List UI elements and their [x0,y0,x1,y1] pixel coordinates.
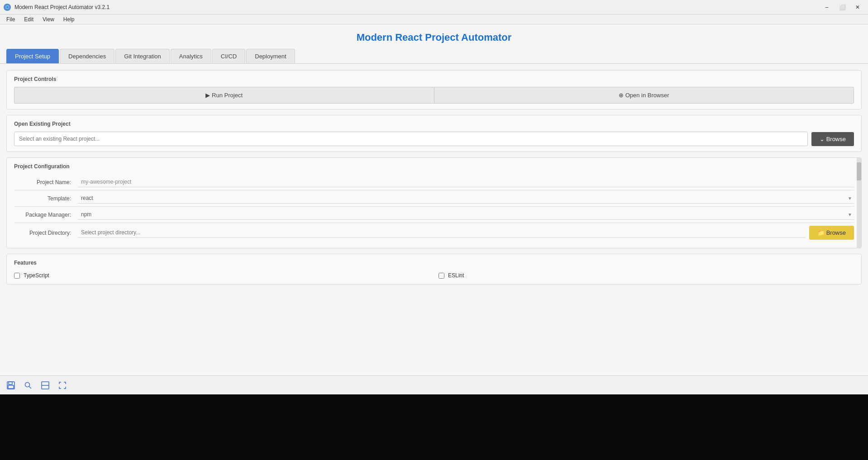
tab-cicd[interactable]: CI/CD [212,49,245,63]
feature-label-1: TypeScript [24,272,49,279]
project-directory-label: Project Directory: [14,230,77,236]
project-directory-browse-button[interactable]: 📁 Browse [809,226,854,240]
project-name-label: Project Name: [14,179,77,185]
maximize-button[interactable]: ⬜ [835,2,849,12]
expand-icon[interactable] [57,380,68,391]
menu-view[interactable]: View [38,14,59,24]
menu-bar: File Edit View Help [0,14,868,24]
menu-help[interactable]: Help [59,14,79,24]
svg-point-3 [25,382,30,387]
project-directory-row: Project Directory: 📁 Browse [14,223,854,242]
project-name-input[interactable] [77,177,854,187]
tab-dependencies[interactable]: Dependencies [60,49,114,63]
app-icon: ⬡ [4,4,11,11]
package-manager-row: Package Manager: npm yarn pnpm ▼ [14,207,854,223]
svg-rect-1 [9,382,12,384]
directory-row: 📁 Browse [77,226,854,240]
open-browser-button[interactable]: ⊕ Open in Browser [434,87,854,104]
tabs-bar: Project Setup Dependencies Git Integrati… [0,49,868,64]
terminal-area [0,394,868,460]
template-label: Template: [14,195,77,202]
app-title-bar: Modern React Project Automator v3.2.1 [14,4,110,10]
template-select[interactable]: react react-ts next [77,193,854,204]
svg-line-4 [29,386,32,389]
project-config-section: Project Configuration Project Name: Temp… [6,157,862,248]
project-directory-input[interactable] [77,228,806,238]
app-content: Modern React Project Automator Project S… [0,24,868,375]
open-existing-section: Open Existing Project ⌄ Browse [6,115,862,152]
feature-checkbox-1[interactable] [14,273,20,279]
tab-deployment[interactable]: Deployment [246,49,295,63]
existing-project-input[interactable] [14,132,808,146]
package-manager-label: Package Manager: [14,212,77,218]
open-existing-title: Open Existing Project [14,121,854,127]
search-icon[interactable] [23,380,33,391]
scrollbar-thumb [857,162,861,180]
project-controls-title: Project Controls [14,76,854,82]
menu-file[interactable]: File [2,14,19,24]
tab-project-setup[interactable]: Project Setup [6,49,59,63]
project-controls-section: Project Controls ▶ Run Project ⊕ Open in… [6,70,862,109]
app-main-title: Modern React Project Automator [0,24,868,49]
window-controls: – ⬜ ✕ [820,2,864,12]
menu-edit[interactable]: Edit [19,14,38,24]
minimize-button[interactable]: – [820,2,834,12]
package-manager-select[interactable]: npm yarn pnpm [77,209,854,220]
controls-row: ▶ Run Project ⊕ Open in Browser [14,87,854,104]
existing-project-browse-button[interactable]: ⌄ Browse [811,132,854,146]
config-form: Project Name: Template: react react-ts n… [14,174,854,242]
package-manager-select-wrapper: npm yarn pnpm ▼ [77,209,854,220]
title-bar-left: ⬡ Modern React Project Automator v3.2.1 [4,4,110,11]
close-button[interactable]: ✕ [851,2,864,12]
tab-analytics[interactable]: Analytics [171,49,211,63]
tab-git-integration[interactable]: Git Integration [115,49,170,63]
bottom-toolbar [0,375,868,394]
main-panel: Project Controls ▶ Run Project ⊕ Open in… [0,64,868,375]
feature-item-1: TypeScript [14,272,429,279]
panel-icon[interactable] [40,380,51,391]
feature-label-2: ESLint [448,272,464,279]
feature-item-2: ESLint [439,272,854,279]
feature-checkbox-2[interactable] [439,273,444,279]
open-existing-row: ⌄ Browse [14,132,854,146]
template-row: Template: react react-ts next ▼ [14,190,854,207]
svg-rect-2 [8,385,14,389]
project-name-row: Project Name: [14,174,854,190]
run-project-button[interactable]: ▶ Run Project [14,87,434,104]
title-bar: ⬡ Modern React Project Automator v3.2.1 … [0,0,868,14]
features-title: Features [14,260,854,266]
save-icon[interactable] [5,380,16,391]
scrollbar-track[interactable] [857,158,861,248]
template-select-wrapper: react react-ts next ▼ [77,193,854,204]
project-config-title: Project Configuration [14,163,854,170]
features-section: Features TypeScript ESLint [6,254,862,285]
features-grid: TypeScript ESLint [14,270,854,279]
